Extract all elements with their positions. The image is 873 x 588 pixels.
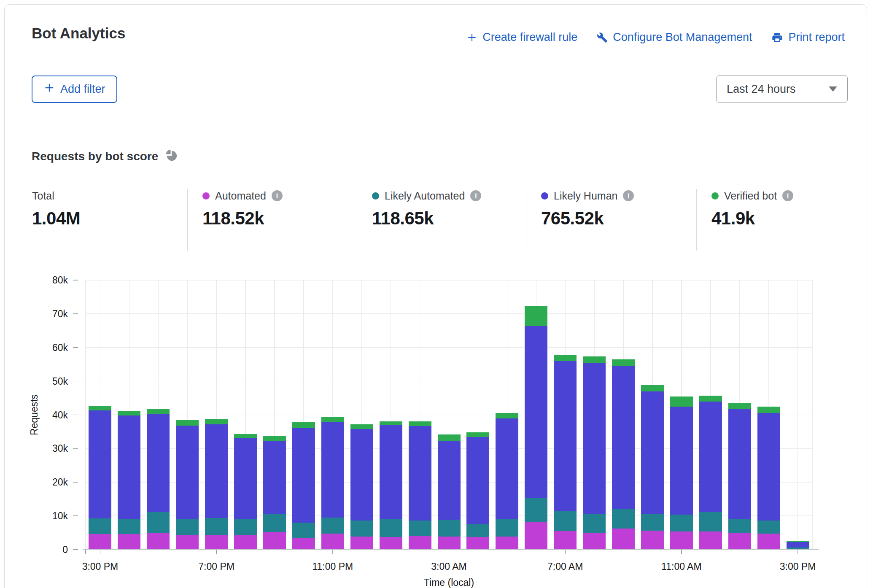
bar-segment-likely-automated[interactable] [670,515,693,531]
bar-segment-automated[interactable] [263,532,286,550]
bar-segment-verified-bot[interactable] [525,306,547,326]
bar-segment-automated[interactable] [176,535,199,550]
bar-segment-likely-human[interactable] [205,424,228,518]
bar-segment-likely-automated[interactable] [176,519,199,535]
bar-segment-likely-automated[interactable] [380,519,402,537]
bar-segment-automated[interactable] [612,529,635,550]
bar-segment-automated[interactable] [728,533,751,550]
bar-segment-likely-automated[interactable] [409,521,431,536]
bar-segment-likely-automated[interactable] [234,519,257,535]
requests-by-bot-score-chart[interactable]: 010k20k30k40k50k60k70k80k3:00 PM7:00 PM1… [5,266,868,588]
bar-segment-verified-bot[interactable] [89,406,111,410]
bar-segment-automated[interactable] [234,535,257,550]
bar-segment-automated[interactable] [409,536,431,550]
bar-segment-likely-automated[interactable] [728,519,751,533]
bar-segment-automated[interactable] [641,531,664,550]
bar-segment-likely-automated[interactable] [525,498,547,522]
bar-segment-automated[interactable] [583,533,606,550]
bar-segment-automated[interactable] [496,537,518,550]
bar-segment-likely-automated[interactable] [554,511,577,531]
bar-segment-automated[interactable] [321,534,344,550]
bar-segment-verified-bot[interactable] [699,396,722,402]
bar-segment-likely-automated[interactable] [612,509,635,529]
bar-segment-likely-human[interactable] [234,438,257,519]
bar-segment-likely-automated[interactable] [205,518,228,535]
create-firewall-rule-link[interactable]: Create firewall rule [466,31,577,44]
bar-segment-verified-bot[interactable] [292,422,315,428]
info-icon[interactable]: i [272,190,283,201]
bar-segment-verified-bot[interactable] [728,403,751,409]
bar-segment-automated[interactable] [525,522,547,550]
bar-segment-verified-bot[interactable] [409,421,431,426]
bar-segment-verified-bot[interactable] [670,396,693,406]
bar-segment-automated[interactable] [147,533,170,550]
bar-segment-verified-bot[interactable] [263,436,286,441]
bar-segment-likely-automated[interactable] [583,514,606,533]
bar-segment-automated[interactable] [350,537,373,550]
bar-segment-verified-bot[interactable] [554,355,577,361]
bar-segment-automated[interactable] [699,531,722,550]
add-filter-button[interactable]: Add filter [32,76,117,103]
bar-segment-verified-bot[interactable] [612,359,635,366]
bar-segment-likely-automated[interactable] [118,519,140,534]
bar-segment-likely-automated[interactable] [699,512,722,531]
bar-segment-likely-human[interactable] [380,425,402,519]
bar-segment-likely-human[interactable] [409,426,431,521]
bar-segment-automated[interactable] [757,534,780,550]
bar-segment-verified-bot[interactable] [438,434,461,441]
bar-segment-likely-automated[interactable] [787,548,809,548]
bar-segment-verified-bot[interactable] [321,417,344,422]
bar-segment-likely-automated[interactable] [321,518,344,534]
bar-segment-verified-bot[interactable] [380,421,402,425]
bar-segment-likely-human[interactable] [583,363,606,514]
bar-segment-likely-human[interactable] [263,441,286,514]
bar-segment-automated[interactable] [554,531,577,550]
bar-segment-verified-bot[interactable] [641,385,664,391]
bar-segment-automated[interactable] [205,535,228,550]
info-icon[interactable]: i [623,190,634,201]
bar-segment-likely-automated[interactable] [350,521,373,537]
print-report-link[interactable]: Print report [771,31,845,44]
bar-segment-likely-human[interactable] [554,361,577,511]
bar-segment-likely-human[interactable] [757,413,780,521]
bar-segment-likely-human[interactable] [525,326,547,498]
bar-segment-verified-bot[interactable] [496,413,518,419]
bar-segment-likely-human[interactable] [350,429,373,521]
bar-segment-likely-automated[interactable] [147,512,170,533]
bar-segment-verified-bot[interactable] [205,419,228,424]
bar-segment-likely-human[interactable] [438,441,461,520]
bar-segment-likely-human[interactable] [147,414,170,512]
bar-segment-likely-human[interactable] [321,422,344,518]
bar-segment-automated[interactable] [380,537,402,550]
bar-segment-verified-bot[interactable] [350,424,373,429]
time-range-select[interactable]: Last 24 hours [716,75,848,103]
bar-segment-likely-human[interactable] [641,391,664,513]
info-icon[interactable]: i [782,190,793,201]
bar-segment-likely-automated[interactable] [89,518,111,534]
bar-segment-likely-automated[interactable] [466,524,489,537]
bar-segment-automated[interactable] [89,534,111,550]
bar-segment-verified-bot[interactable] [466,432,489,437]
bar-segment-likely-automated[interactable] [438,520,461,537]
bar-segment-likely-human[interactable] [176,426,199,519]
bar-segment-likely-human[interactable] [89,410,111,518]
bar-segment-automated[interactable] [292,538,315,550]
bar-segment-verified-bot[interactable] [118,411,140,415]
bar-segment-likely-automated[interactable] [292,523,315,538]
bar-segment-likely-automated[interactable] [757,521,780,534]
bar-segment-automated[interactable] [118,534,140,550]
bar-segment-likely-automated[interactable] [641,514,664,531]
bar-segment-verified-bot[interactable] [147,409,170,414]
bar-segment-likely-automated[interactable] [496,519,518,537]
bar-segment-likely-human[interactable] [670,407,693,515]
bar-segment-verified-bot[interactable] [234,434,257,438]
bar-segment-likely-human[interactable] [699,402,722,512]
bar-segment-automated[interactable] [438,537,461,550]
bar-segment-automated[interactable] [670,531,693,550]
bar-segment-likely-human[interactable] [496,418,518,518]
bar-segment-verified-bot[interactable] [583,356,606,364]
bar-segment-likely-human[interactable] [466,437,489,524]
bar-segment-likely-human[interactable] [292,428,315,523]
configure-bot-management-link[interactable]: Configure Bot Management [597,31,752,44]
bar-segment-likely-human[interactable] [612,366,635,509]
